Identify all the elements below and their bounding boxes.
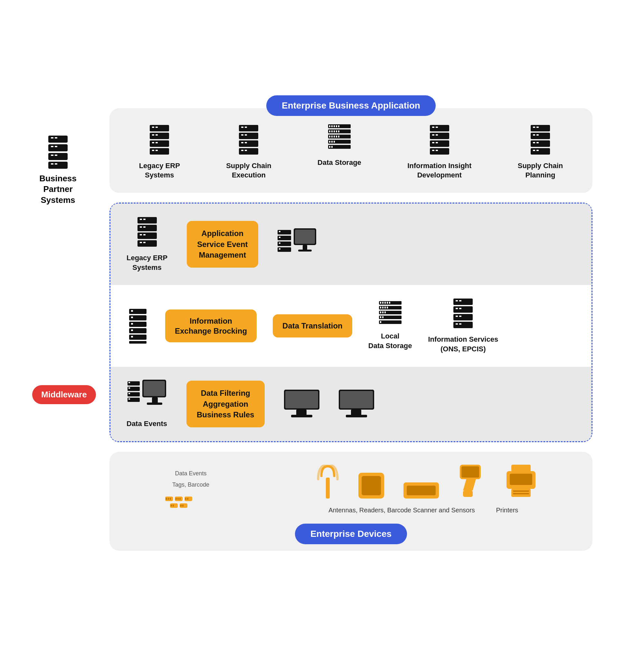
svg-rect-185 [173, 505, 174, 507]
svg-rect-74 [533, 127, 535, 128]
svg-rect-88 [137, 225, 157, 231]
svg-rect-45 [334, 130, 335, 132]
svg-rect-133 [382, 311, 384, 313]
svg-rect-85 [137, 217, 157, 223]
svg-rect-167 [291, 415, 312, 417]
rect-tag-icon [402, 481, 440, 500]
svg-rect-178 [178, 498, 179, 500]
svg-rect-157 [128, 393, 130, 394]
svg-rect-34 [241, 150, 243, 151]
server-icon-info-services [452, 298, 474, 330]
svg-rect-77 [533, 134, 535, 135]
svg-rect-149 [453, 322, 473, 328]
antennas-labels: Antennas, Readers, Barcode Scanner and S… [328, 507, 523, 514]
svg-rect-72 [436, 150, 438, 151]
svg-rect-147 [456, 316, 458, 317]
svg-rect-118 [131, 336, 133, 337]
svg-rect-49 [329, 135, 330, 137]
svg-rect-124 [387, 302, 388, 304]
svg-rect-142 [459, 300, 461, 301]
svg-rect-37 [329, 125, 330, 127]
svg-rect-21 [150, 148, 169, 154]
svg-rect-13 [152, 127, 154, 128]
svg-rect-93 [143, 234, 145, 235]
label-device-monitoring: Data Events [126, 419, 167, 429]
svg-rect-67 [430, 140, 449, 147]
scanner-icon [457, 465, 489, 500]
svg-rect-81 [536, 142, 539, 143]
svg-rect-1 [51, 137, 53, 138]
svg-rect-35 [245, 150, 247, 151]
svg-rect-156 [127, 392, 140, 397]
svg-rect-128 [382, 307, 384, 309]
svg-rect-154 [127, 387, 140, 391]
svg-rect-173 [166, 498, 167, 500]
svg-rect-66 [436, 134, 438, 135]
svg-rect-69 [436, 142, 438, 143]
svg-rect-4 [51, 146, 53, 147]
monitor-icon-2 [339, 390, 374, 419]
svg-rect-95 [140, 242, 142, 243]
icon-printer [505, 465, 537, 502]
svg-rect-92 [140, 234, 142, 235]
label-printers: Printers [491, 507, 523, 514]
eba-header: Enterprise Business Application [109, 95, 593, 116]
storage-icon-data-storage [326, 124, 352, 153]
svg-rect-144 [456, 308, 458, 309]
svg-rect-46 [336, 130, 337, 132]
svg-rect-26 [245, 127, 247, 128]
svg-rect-63 [436, 127, 438, 128]
svg-rect-56 [331, 141, 333, 143]
svg-rect-139 [380, 321, 381, 323]
svg-rect-43 [329, 130, 330, 132]
svg-rect-89 [140, 226, 142, 228]
svg-rect-94 [137, 240, 157, 247]
svg-rect-200 [511, 489, 531, 497]
label-legacy-erp-2: Legacy ERPSystems [126, 253, 168, 272]
svg-rect-169 [340, 391, 373, 408]
svg-rect-73 [531, 125, 550, 131]
svg-rect-137 [382, 316, 384, 318]
icon-item-data-storage: Data Storage [318, 124, 361, 168]
middleware-outer: Legacy ERPSystems ApplicationService Eve… [109, 203, 593, 442]
antenna-icons-row [315, 465, 537, 502]
svg-rect-145 [459, 308, 461, 309]
svg-rect-171 [346, 415, 367, 417]
svg-rect-198 [510, 474, 532, 485]
svg-rect-5 [55, 146, 57, 147]
svg-rect-193 [407, 486, 436, 495]
square-tag-icon [357, 471, 386, 500]
svg-rect-23 [155, 150, 158, 151]
svg-rect-110 [131, 310, 133, 312]
svg-rect-188 [182, 505, 184, 507]
eba-section: Enterprise Business Application [109, 95, 593, 193]
svg-rect-102 [279, 242, 281, 244]
icon-item-supply-chain-plan: Supply ChainPlanning [518, 124, 563, 180]
svg-rect-121 [380, 302, 381, 304]
svg-rect-199 [511, 465, 531, 472]
svg-rect-39 [334, 125, 335, 127]
svg-rect-19 [152, 142, 154, 143]
svg-rect-165 [285, 391, 318, 408]
svg-rect-22 [152, 150, 154, 151]
icon-square-tag [357, 471, 386, 502]
svg-rect-24 [239, 125, 258, 131]
svg-rect-18 [150, 140, 169, 147]
inner-section: Legacy ERPSystems ApplicationService Eve… [110, 204, 592, 285]
icon-item-info-insight: Information InsightDevelopment [407, 124, 471, 180]
data-translation-badge: Data Translation [273, 314, 352, 337]
device-section: Data Events Data FilteringAggregationBus… [110, 367, 592, 441]
svg-rect-41 [338, 125, 339, 127]
svg-rect-16 [152, 134, 154, 135]
icon-item-desktop-1 [284, 390, 319, 419]
svg-rect-87 [143, 219, 145, 220]
svg-rect-38 [331, 125, 333, 127]
svg-rect-130 [387, 307, 388, 309]
svg-rect-31 [241, 142, 243, 143]
middleware-row: InformationExchange Brocking Data Transl… [110, 285, 592, 366]
svg-rect-52 [336, 135, 337, 137]
svg-rect-136 [380, 316, 381, 318]
svg-rect-14 [155, 127, 158, 128]
svg-rect-162 [152, 397, 158, 403]
info-exchange-badge: InformationExchange Brocking [165, 310, 257, 342]
